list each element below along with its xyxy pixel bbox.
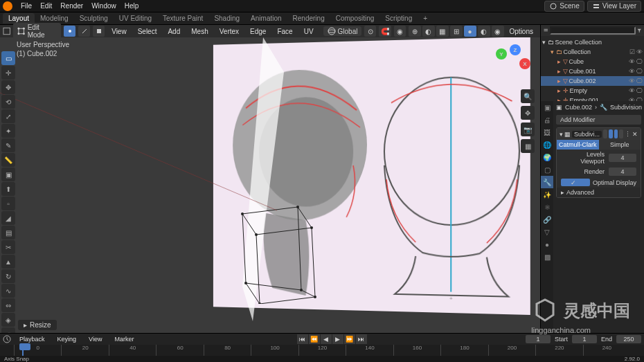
editor-type-icon[interactable] (3, 27, 10, 35)
pivot-point[interactable]: ⊙ (364, 26, 376, 37)
tree-item[interactable]: ▸ ✛Empty👁🖵 (541, 86, 644, 96)
tool-scale[interactable]: ⤢ (1, 109, 15, 123)
axis-z-icon[interactable]: Z (510, 44, 521, 55)
tool-shrink[interactable]: ◈ (1, 313, 15, 327)
tool-poly-build[interactable]: ▲ (1, 255, 15, 269)
tool-extrude[interactable]: ⬆ (1, 182, 15, 196)
viewport-3d[interactable]: + (0, 37, 540, 333)
transform-orientation[interactable]: Global (323, 26, 362, 36)
menu-window[interactable]: Window (87, 2, 120, 10)
disable-icon[interactable]: 🖵 (636, 78, 643, 84)
shading-solid[interactable]: ● (464, 26, 476, 37)
navigation-gizmo[interactable]: Y Z X (492, 44, 533, 86)
shading-matprev[interactable]: ◐ (478, 26, 490, 37)
add-modifier-button[interactable]: Add Modifier (556, 115, 641, 125)
current-frame[interactable]: 1 (526, 335, 551, 343)
tab-animation[interactable]: Animation (245, 13, 287, 24)
advanced-toggle[interactable]: ▸ Advanced (557, 188, 641, 197)
filter-icon[interactable] (637, 26, 642, 35)
tl-marker[interactable]: Marker (110, 336, 138, 343)
field-render-levels[interactable]: 4 (609, 168, 636, 176)
timeline-type-icon[interactable] (3, 335, 11, 343)
checkbox-optimal-display[interactable]: ✓ (561, 179, 590, 186)
shading-wire[interactable]: ⊞ (450, 26, 463, 37)
nav-persp-icon[interactable]: ▦ (521, 139, 535, 153)
proptab-texture[interactable]: ▩ (541, 251, 553, 263)
end-frame[interactable]: 250 (616, 335, 641, 343)
mod-show-render[interactable] (619, 129, 623, 138)
tool-rotate[interactable]: ⟲ (1, 95, 15, 109)
tab-texture-paint[interactable]: Texture Paint (157, 13, 208, 24)
tl-keying[interactable]: Keying (53, 336, 81, 343)
tool-rip[interactable]: ⫽ (1, 327, 15, 333)
snap-toggle[interactable]: 🧲 (379, 26, 391, 37)
keyframe-next-button[interactable]: ⏩ (344, 334, 355, 344)
proptab-modifier[interactable]: 🔧 (541, 176, 553, 188)
tool-bevel[interactable]: ◢ (1, 211, 15, 225)
proptab-material[interactable]: ● (541, 238, 553, 251)
tool-measure[interactable]: 📏 (1, 153, 15, 167)
play-button[interactable]: ▶ (332, 334, 343, 344)
disable-icon[interactable]: 🖵 (636, 68, 643, 75)
tab-compositing[interactable]: Compositing (330, 13, 380, 24)
keyframe-prev-button[interactable]: ⏪ (309, 334, 320, 344)
tree-scene-collection[interactable]: ▾ 🗀 Scene Collection (541, 37, 644, 47)
eye-icon[interactable]: 👁 (636, 48, 643, 55)
disable-icon[interactable]: 🖵 (636, 87, 643, 94)
tab-modeling[interactable]: Modeling (35, 13, 74, 24)
tab-layout[interactable]: Layout (3, 13, 35, 24)
subdiv-simple[interactable]: Simple (599, 140, 641, 150)
last-operator-panel[interactable]: ▸ Resize (18, 320, 57, 330)
proptab-object[interactable]: ▢ (541, 163, 553, 176)
proptab-mesh[interactable]: ▽ (541, 226, 553, 238)
proptab-particles[interactable]: ✨ (541, 188, 553, 201)
eye-icon[interactable]: 👁 (629, 78, 635, 84)
disable-icon[interactable]: 🖵 (636, 58, 643, 65)
tree-item[interactable]: ▸ ▽Cube👁🖵 (541, 57, 644, 66)
proptab-world[interactable]: 🌍 (541, 151, 553, 163)
menu-help[interactable]: Help (120, 2, 143, 10)
proptab-scene[interactable]: 🌐 (541, 138, 553, 151)
nav-zoom-icon[interactable]: 🔍 (521, 89, 535, 103)
vp-menu-add[interactable]: Add (163, 28, 184, 35)
tree-item[interactable]: ▸ ✛Empty.001👁🖵 (541, 96, 644, 101)
start-frame[interactable]: 1 (572, 335, 597, 343)
menu-edit[interactable]: Edit (36, 2, 56, 10)
tool-transform[interactable]: ✦ (1, 124, 15, 138)
vp-menu-edge[interactable]: Edge (246, 28, 270, 35)
tab-add[interactable]: + (418, 13, 433, 24)
eye-icon[interactable]: 👁 (629, 58, 635, 65)
tool-loop-cut[interactable]: ▤ (1, 226, 15, 239)
field-viewport-levels[interactable]: 4 (609, 154, 636, 162)
vp-menu-view[interactable]: View (107, 28, 131, 35)
vp-options[interactable]: Options (506, 28, 537, 35)
overlay-toggle[interactable]: ◐ (422, 26, 435, 37)
timeline-ruler[interactable]: 020406080100120140160180200220240 (0, 345, 644, 356)
tl-view[interactable]: View (84, 336, 106, 343)
tree-item[interactable]: ▸ ▽Cube.001👁🖵 (541, 66, 644, 76)
tool-move[interactable]: ✥ (1, 80, 15, 94)
select-mode-edge[interactable] (78, 26, 90, 37)
chevron-down-icon[interactable]: ▾ (560, 131, 563, 138)
proptab-render[interactable]: ▣ (541, 101, 553, 114)
mod-menu-icon[interactable]: ⋮ (625, 131, 631, 138)
jump-start-button[interactable]: ⏮ (297, 334, 308, 344)
vp-menu-mesh[interactable]: Mesh (187, 28, 212, 35)
tl-playback[interactable]: Playback (15, 336, 49, 343)
mod-show-viewport[interactable] (614, 129, 618, 138)
menu-file[interactable]: File (17, 2, 36, 10)
playhead[interactable] (22, 345, 24, 356)
tree-collection[interactable]: ▾ 🗀 Collection ☑👁 (541, 47, 644, 57)
vp-menu-face[interactable]: Face (273, 28, 296, 35)
mod-show-editmode[interactable] (609, 129, 613, 138)
shading-rendered[interactable]: ◉ (492, 26, 504, 37)
outliner-search[interactable] (550, 26, 636, 35)
tool-spin[interactable]: ↻ (1, 269, 15, 283)
tool-inset[interactable]: ▫ (1, 197, 15, 210)
vp-menu-vertex[interactable]: Vertex (215, 28, 243, 35)
gizmo-toggle[interactable]: ⊕ (409, 26, 421, 37)
jump-end-button[interactable]: ⏭ (356, 334, 367, 344)
tab-shading[interactable]: Shading (208, 13, 245, 24)
axis-x-icon[interactable]: X (519, 58, 530, 69)
close-icon[interactable]: ✕ (632, 131, 638, 138)
